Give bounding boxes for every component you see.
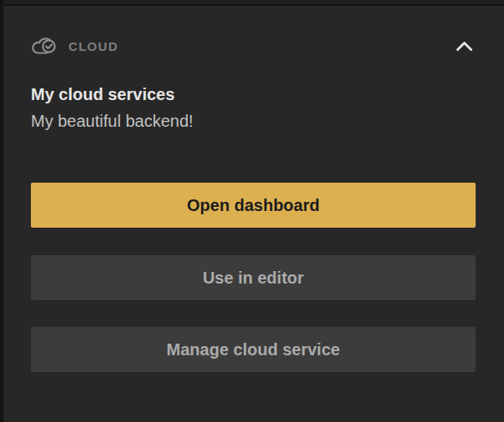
- manage-cloud-service-button[interactable]: Manage cloud service: [31, 327, 476, 372]
- cloud-section-label: CLOUD: [68, 39, 118, 53]
- use-in-editor-button[interactable]: Use in editor: [31, 255, 476, 300]
- cloud-section-header[interactable]: CLOUD: [31, 36, 476, 56]
- panel-top-border: [0, 0, 504, 6]
- cloud-panel: CLOUD My cloud services My beautiful bac…: [0, 0, 504, 422]
- open-dashboard-button[interactable]: Open dashboard: [31, 183, 476, 228]
- cloud-panel-content: CLOUD My cloud services My beautiful bac…: [3, 6, 504, 422]
- chevron-up-icon[interactable]: [456, 40, 473, 52]
- service-subtitle: My beautiful backend!: [31, 108, 476, 134]
- cloud-section-header-left: CLOUD: [31, 37, 118, 56]
- service-title: My cloud services: [31, 81, 476, 108]
- cloud-check-icon: [31, 37, 57, 56]
